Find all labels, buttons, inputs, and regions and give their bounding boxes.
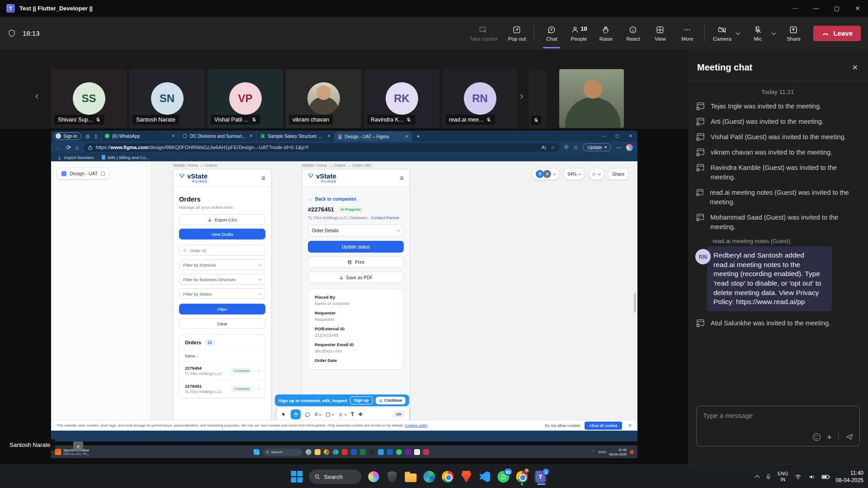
- titlebar-more-icon[interactable]: ⋯: [785, 0, 806, 17]
- camera-button[interactable]: Camera: [708, 19, 736, 47]
- zoom-control[interactable]: 94%: [563, 168, 585, 180]
- mic-button[interactable]: Mic: [744, 19, 771, 47]
- browser-tab[interactable]: X Sample Salary Structure with calc✕: [256, 131, 334, 141]
- collaborators-pill[interactable]: S A: [532, 168, 560, 180]
- copilot-icon[interactable]: [626, 144, 633, 151]
- tray-mic-icon[interactable]: [765, 474, 772, 480]
- extensions-icon[interactable]: ⟐: [564, 144, 569, 151]
- text-tool-icon[interactable]: T: [351, 411, 354, 418]
- tab-close-icon[interactable]: ✕: [327, 134, 331, 138]
- allow-cookies-button[interactable]: Allow all cookies: [585, 422, 622, 430]
- emoji-icon[interactable]: [813, 433, 821, 441]
- file-explorer-icon[interactable]: [404, 470, 417, 483]
- participant-tile-partial[interactable]: [529, 69, 546, 128]
- shield-app-icon[interactable]: [386, 470, 398, 483]
- browser-menu-icon[interactable]: ⋯: [616, 144, 622, 151]
- vertical-tabs-icon[interactable]: ▯: [94, 133, 97, 139]
- dev-mode-toggle[interactable]: </>: [393, 411, 405, 418]
- shape-tool-icon[interactable]: [326, 412, 334, 417]
- battery-icon[interactable]: [821, 474, 830, 480]
- refresh-icon[interactable]: ⟳: [66, 144, 71, 151]
- cookie-settings-link[interactable]: Cookies settings: [405, 423, 427, 427]
- teams-taskbar-icon[interactable]: T 1: [534, 470, 547, 483]
- attach-plus-icon[interactable]: +: [827, 433, 832, 441]
- workspaces-icon[interactable]: ◎: [86, 133, 90, 139]
- participant-tile[interactable]: VP Vishal Patil ...: [208, 69, 283, 128]
- people-button[interactable]: 10 People: [565, 19, 592, 47]
- participant-tile[interactable]: vikram chavan: [286, 69, 361, 128]
- volume-icon[interactable]: [808, 474, 816, 480]
- deny-cookies-button[interactable]: Do not allow cookies: [545, 423, 580, 428]
- vscode-icon[interactable]: [478, 470, 491, 483]
- brave-icon[interactable]: [460, 470, 472, 483]
- back-icon[interactable]: ←: [56, 144, 61, 151]
- participant-tile[interactable]: RK Ravindra K...: [364, 69, 439, 128]
- filmstrip-next-icon[interactable]: ›: [520, 90, 523, 102]
- browser-minimize-icon[interactable]: —: [597, 131, 610, 141]
- participant-tile[interactable]: SN Santosh Narate: [129, 69, 205, 128]
- chat-message-list[interactable]: Today 11:21 Tejas Ingle was invited to t…: [688, 81, 868, 328]
- canvas-scrollbar[interactable]: [634, 293, 636, 313]
- start-button[interactable]: [290, 470, 303, 483]
- address-bar[interactable]: https://www.figma.com/design/9BKQ0FOHRWa…: [84, 143, 560, 152]
- present-button[interactable]: ▷: [589, 168, 604, 180]
- pop-out-button[interactable]: Pop out: [503, 19, 530, 47]
- figma-frame-orders[interactable]: vState FILINGS ≡ Orders Manage all your …: [173, 169, 271, 426]
- share-button[interactable]: Share: [780, 19, 807, 47]
- participant-tile[interactable]: SS Shivani Sup...: [51, 69, 127, 128]
- send-icon[interactable]: [845, 432, 854, 441]
- cookie-close-icon[interactable]: ✕: [628, 423, 632, 428]
- favorite-star-icon[interactable]: ☆: [551, 145, 555, 150]
- browser-signin-button[interactable]: Sign in: [54, 132, 81, 140]
- new-tab-icon[interactable]: +: [416, 133, 420, 140]
- add-overlay-button[interactable]: +: [73, 441, 83, 451]
- maximize-button[interactable]: ▢: [826, 0, 847, 17]
- chat-message-input[interactable]: Type a message +: [696, 406, 860, 446]
- figma-file-chip[interactable]: Design - UAT: [57, 168, 109, 179]
- hand-tool-icon[interactable]: [291, 409, 301, 419]
- tray-expand-icon[interactable]: [755, 475, 760, 480]
- edge-icon[interactable]: [423, 470, 435, 483]
- read-aloud-icon[interactable]: A⟩: [542, 145, 547, 150]
- tab-close-icon[interactable]: ✕: [250, 134, 253, 138]
- pen-tool-icon[interactable]: [338, 412, 347, 417]
- spotlight-video-tile[interactable]: [559, 69, 624, 128]
- browser-close-icon[interactable]: ✕: [624, 131, 637, 141]
- browser-tab-active[interactable]: Design - UAT – Figma✕: [334, 131, 412, 141]
- raise-hand-button[interactable]: Raise: [592, 19, 619, 47]
- favorites-bar-icon[interactable]: ☆: [573, 144, 579, 151]
- frame-tool-icon[interactable]: #: [315, 411, 321, 418]
- browser-update-button[interactable]: Update ♥: [583, 143, 611, 151]
- chrome-profile-icon[interactable]: [515, 470, 528, 483]
- figma-share-button[interactable]: Share: [608, 168, 628, 180]
- chat-button[interactable]: Chat: [538, 19, 565, 47]
- language-indicator[interactable]: ENG IN: [778, 471, 788, 483]
- leave-button[interactable]: Leave: [813, 26, 861, 41]
- wifi-icon[interactable]: [794, 474, 802, 480]
- home-icon[interactable]: ⌂: [75, 144, 79, 151]
- browser-tab[interactable]: (6) WhatsApp✕: [101, 131, 179, 141]
- view-button[interactable]: View: [646, 19, 674, 47]
- bookmark-item[interactable]: ⭳ Import favorites: [57, 155, 94, 160]
- move-tool-icon[interactable]: [281, 412, 287, 417]
- browser-tab[interactable]: DC Divisions and Surroundings✕: [179, 131, 256, 141]
- comment-tool-icon[interactable]: [305, 412, 311, 418]
- whatsapp-icon[interactable]: 81: [497, 470, 509, 483]
- filmstrip-prev-icon[interactable]: ‹: [35, 90, 38, 102]
- camera-options-chevron-icon[interactable]: [736, 30, 741, 35]
- chrome-icon[interactable]: [441, 470, 454, 483]
- google-continue-button[interactable]: G Continue: [376, 397, 406, 404]
- chat-close-icon[interactable]: ✕: [852, 63, 858, 72]
- close-button[interactable]: ✕: [847, 0, 868, 17]
- sign-up-button[interactable]: Sign up: [350, 396, 373, 404]
- react-button[interactable]: React: [619, 19, 646, 47]
- bookmark-item[interactable]: Bills | Billing and Co...: [102, 155, 149, 160]
- tab-close-icon[interactable]: ✕: [172, 134, 175, 138]
- figma-canvas[interactable]: Design - UAT S A 94% ▷: [51, 161, 637, 431]
- copilot-taskbar-icon[interactable]: [367, 470, 380, 483]
- taskbar-search[interactable]: Search: [309, 469, 361, 484]
- more-button[interactable]: More: [674, 19, 701, 47]
- resources-tool-icon[interactable]: ❖: [358, 411, 363, 418]
- mic-options-chevron-icon[interactable]: [772, 30, 776, 35]
- minimize-button[interactable]: —: [806, 0, 826, 17]
